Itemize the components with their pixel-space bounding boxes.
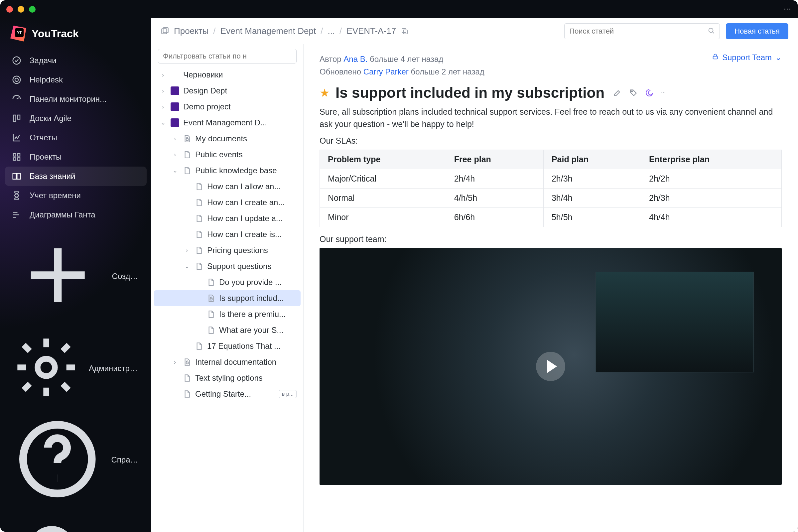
svg-rect-17 — [210, 298, 212, 300]
chevron-icon[interactable]: › — [159, 103, 167, 110]
svg-rect-13 — [403, 30, 407, 34]
chevron-icon[interactable]: › — [159, 88, 167, 94]
sidebar-item[interactable]: База знаний — [5, 167, 147, 186]
svg-rect-8 — [18, 158, 20, 160]
chevron-icon[interactable]: ⌄ — [183, 263, 191, 270]
tree-item-label: My documents — [195, 134, 247, 143]
doc-icon — [183, 166, 191, 175]
author-link[interactable]: Ana B. — [343, 55, 367, 63]
tree-item[interactable]: Do you provide ... — [154, 274, 301, 290]
visibility-selector[interactable]: Support Team ⌄ — [711, 53, 782, 62]
chevron-icon[interactable]: ⌄ — [159, 119, 167, 126]
tree-item-label: How can I create an... — [207, 198, 285, 207]
doc-icon — [183, 390, 191, 398]
brand[interactable]: YT YouTrack — [0, 25, 151, 51]
tree-filter-input[interactable] — [158, 49, 297, 63]
table-cell: 3h/4h — [543, 188, 641, 208]
sidebar-item-label: Диаграммы Ганта — [30, 210, 95, 220]
play-button[interactable] — [536, 352, 565, 381]
search-input[interactable] — [569, 27, 704, 36]
doc-icon — [207, 326, 215, 335]
updated-by-link[interactable]: Carry Parker — [363, 67, 408, 76]
new-article-button[interactable]: Новая статья — [726, 23, 788, 39]
sidebar-item[interactable]: Учет времени — [5, 186, 147, 205]
table-header: Enterprise plan — [641, 150, 782, 169]
tree-item[interactable]: How can I allow an... — [154, 178, 301, 194]
tree-item[interactable]: ›Demo project — [154, 99, 301, 115]
sidebar-item[interactable]: Уведомления — [5, 511, 147, 532]
tree-item[interactable]: How can I create an... — [154, 194, 301, 210]
svg-rect-18 — [186, 362, 189, 364]
doc-icon — [183, 150, 191, 159]
tree-item[interactable]: ›Черновики — [154, 67, 301, 83]
article-title: Is support included in my subscription — [336, 84, 605, 101]
copy-id-icon[interactable] — [401, 27, 408, 35]
search-box[interactable] — [564, 23, 720, 39]
breadcrumb-item[interactable]: Event Management Dept — [221, 26, 316, 36]
sidebar-item[interactable]: Создать — [5, 225, 147, 328]
kebab-menu-icon[interactable]: ⋮ — [783, 5, 792, 13]
breadcrumb-sep: / — [213, 26, 215, 36]
tree-filter — [158, 49, 297, 63]
star-icon[interactable]: ★ — [320, 86, 329, 99]
tree-item[interactable]: Is there a premiu... — [154, 306, 301, 322]
tree-item[interactable]: ⌄Support questions — [154, 258, 301, 274]
title-actions: ⋯ — [613, 89, 666, 97]
breadcrumb-item[interactable]: Проекты — [174, 26, 208, 36]
topbar: Проекты / Event Management Dept / ... / … — [151, 18, 798, 44]
sidebar-item[interactable]: Проекты — [5, 147, 147, 167]
tree-item[interactable]: ›Internal documentation — [154, 354, 301, 370]
tree-item[interactable]: Getting Starte...в р... — [154, 386, 301, 402]
maximize-window-button[interactable] — [29, 6, 36, 13]
minimize-window-button[interactable] — [18, 6, 24, 13]
breadcrumb-item[interactable]: EVENT-A-17 — [346, 26, 396, 36]
chevron-icon[interactable]: › — [171, 151, 178, 158]
chevron-icon[interactable]: › — [183, 247, 191, 254]
chevron-icon[interactable]: › — [171, 359, 178, 366]
sidebar-item[interactable]: Задачи — [5, 51, 147, 70]
tree-item[interactable]: What are your S... — [154, 322, 301, 338]
tree-item[interactable]: How can I create is... — [154, 226, 301, 242]
title-row: ★ Is support included in my subscription… — [320, 84, 782, 101]
close-window-button[interactable] — [6, 6, 13, 13]
sidebar-item[interactable]: Helpdesk — [5, 70, 147, 90]
edit-icon[interactable] — [613, 89, 622, 97]
tree-item-label: Text styling options — [195, 374, 263, 383]
tree-item[interactable]: ›Pricing questions — [154, 242, 301, 258]
tree-item[interactable]: Is support includ... — [154, 290, 301, 306]
table-cell: Normal — [320, 188, 446, 208]
swirl-icon[interactable] — [645, 89, 654, 97]
table-cell: 2h/4h — [446, 169, 543, 188]
article-tree-panel: ›Черновики›Design Dept›Demo project⌄Even… — [151, 44, 304, 532]
chevron-icon[interactable]: › — [171, 135, 178, 142]
chevron-icon[interactable]: ⌄ — [171, 167, 178, 174]
sidebar-item[interactable]: Администрирован... — [5, 328, 147, 408]
doc-icon — [207, 310, 215, 319]
sidebar-item[interactable]: Доски Agile — [5, 109, 147, 128]
author-prefix: Автор — [320, 55, 343, 63]
sidebar-item[interactable]: Диаграммы Ганта — [5, 205, 147, 225]
tree-item[interactable]: ⌄Public knowledge base — [154, 163, 301, 178]
svg-point-0 — [13, 57, 21, 64]
tree-item[interactable]: 17 Equations That ... — [154, 338, 301, 354]
tree-item-label: Public events — [195, 150, 243, 159]
search-icon[interactable] — [707, 27, 715, 35]
table-row: Minor6h/6h5h/5h4h/4h — [320, 208, 782, 227]
more-icon[interactable]: ⋯ — [661, 89, 666, 97]
tree-item[interactable]: ›My documents — [154, 131, 301, 147]
tree-item[interactable]: ›Public events — [154, 147, 301, 163]
breadcrumb-item[interactable]: ... — [327, 26, 335, 36]
table-cell: 4/h/5h — [446, 188, 543, 208]
tag-icon[interactable] — [629, 89, 638, 97]
sidebar-item[interactable]: Отчеты — [5, 128, 147, 147]
tree-item[interactable]: ⌄Event Management D... — [154, 115, 301, 131]
tree-item[interactable]: ›Design Dept — [154, 83, 301, 99]
status-badge: в р... — [279, 390, 297, 398]
sidebar-item[interactable]: Панели мониторин... — [5, 90, 147, 109]
tree-item[interactable]: Text styling options — [154, 370, 301, 386]
chevron-icon[interactable]: › — [159, 72, 167, 78]
sidebar-item[interactable]: Справка — [5, 408, 147, 512]
project-icon — [171, 102, 179, 111]
tree-item[interactable]: How can I update a... — [154, 210, 301, 226]
breadcrumb-root-icon[interactable] — [160, 27, 169, 36]
